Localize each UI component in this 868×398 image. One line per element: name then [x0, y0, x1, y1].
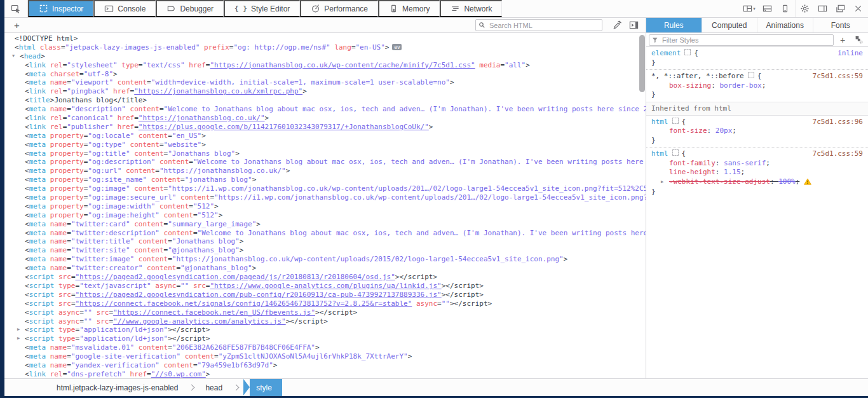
- breadcrumb-item-head[interactable]: head: [199, 383, 229, 392]
- attr-link[interactable]: "https://jonathansblog.co.uk/xmlrpc.php": [134, 87, 302, 95]
- selector-highlighter-icon[interactable]: [672, 149, 679, 156]
- markup-line[interactable]: <meta property="og:locale" content="en_U…: [4, 132, 646, 141]
- add-node-button[interactable]: +: [10, 19, 23, 32]
- markup-line[interactable]: <meta name="description" content="Welcom…: [4, 105, 646, 114]
- markup-line[interactable]: <link rel="stylesheet" type="text/css" h…: [4, 61, 646, 70]
- markup-line[interactable]: <meta property="og:title" content="Jonat…: [4, 149, 646, 158]
- markup-line[interactable]: <link rel="publisher" href="https://plus…: [4, 123, 646, 132]
- markup-line[interactable]: <meta name="google-site-verification" co…: [4, 352, 646, 361]
- tab-inspector[interactable]: Inspector: [28, 0, 93, 17]
- rule-selector[interactable]: *, *::after, *::before: [651, 72, 744, 80]
- tab-style-editor[interactable]: { }Style Editor: [224, 0, 300, 17]
- selector-highlighter-icon[interactable]: [672, 118, 679, 124]
- rule-source-link[interactable]: 7c5d1.css:96: [813, 118, 863, 127]
- filter-styles-input[interactable]: [661, 36, 833, 45]
- markup-line[interactable]: <meta property="og:image:height" content…: [4, 211, 646, 220]
- tab-animations[interactable]: Animations: [757, 18, 813, 32]
- markup-line[interactable]: <meta name="twitter:card" content="summa…: [4, 220, 646, 229]
- markup-line[interactable]: <meta name="yandex-verification" content…: [4, 361, 646, 370]
- rule-selector[interactable]: element: [651, 49, 681, 57]
- tab-performance[interactable]: Performance: [300, 0, 378, 17]
- markup-line[interactable]: <script src="https://pagead2.googlesyndi…: [4, 291, 646, 299]
- markup-line[interactable]: ▶<script type="application/ld+json"></sc…: [4, 334, 646, 343]
- settings-button[interactable]: [796, 0, 813, 17]
- markup-line[interactable]: <script type="text/javascript" async="" …: [4, 282, 646, 291]
- breadcrumb-item-style[interactable]: style: [243, 379, 282, 396]
- dock-bottom-button[interactable]: ▾: [740, 0, 758, 17]
- css-declaration[interactable]: font-size: 20px;: [651, 127, 864, 136]
- markup-line[interactable]: <link rel="canonical" href="https://jona…: [4, 114, 646, 123]
- markup-line[interactable]: <script async="" src="//www.google-analy…: [4, 317, 646, 326]
- add-rule-button[interactable]: +: [836, 34, 850, 46]
- markup-line[interactable]: <meta property="og:url" content="https:/…: [4, 167, 646, 175]
- css-declaration[interactable]: line-height: 1.15;: [651, 168, 864, 177]
- event-badge[interactable]: ev: [392, 44, 402, 50]
- element-picker-button[interactable]: [4, 0, 28, 17]
- markup-line[interactable]: <meta name="msvalidate.01" content="206E…: [4, 343, 646, 352]
- split-console-button[interactable]: [758, 0, 776, 17]
- markup-line[interactable]: <meta property="og:image" content="https…: [4, 184, 646, 193]
- tab-memory[interactable]: Memory: [378, 0, 440, 17]
- rule-selector[interactable]: html: [651, 118, 668, 126]
- tab-debugger[interactable]: Debugger: [156, 0, 224, 17]
- attr-link[interactable]: "https://jonathansblog.co.uk/": [139, 114, 265, 122]
- attr-link[interactable]: "https://connect.facebook.net/signals/co…: [76, 299, 412, 308]
- attr-link[interactable]: "https://jonathansblog.co.uk/wp-content/…: [210, 61, 475, 69]
- separate-window-button[interactable]: [831, 0, 849, 17]
- markup-line[interactable]: <link rel="dns-prefetch" href="//s0.wp.c…: [4, 370, 646, 378]
- markup-line[interactable]: <meta name="twitter:creator" content="@j…: [4, 264, 646, 273]
- dock-side-button[interactable]: [813, 0, 831, 17]
- eyedropper-button[interactable]: [609, 18, 625, 32]
- attr-link[interactable]: "//s0.wp.com": [151, 370, 206, 378]
- expand-arrow-icon[interactable]: ▼: [12, 52, 20, 61]
- css-declaration[interactable]: box-sizing: border-box;: [651, 81, 864, 91]
- pseudo-class-panel-button[interactable]: [851, 34, 865, 46]
- breadcrumb-item-html[interactable]: html.jetpack-lazy-images-js-enabled: [50, 383, 184, 392]
- rule-selector[interactable]: html: [651, 149, 668, 158]
- attr-link[interactable]: "https://www.google-analytics.com/plugin…: [210, 282, 441, 290]
- expand-arrow-icon[interactable]: ▶: [17, 334, 25, 343]
- selector-highlighter-icon[interactable]: [748, 72, 754, 78]
- markup-line[interactable]: ▼<head>: [4, 52, 646, 61]
- markup-line[interactable]: <meta name="twitter:image" content="http…: [4, 255, 646, 264]
- computed-expander-icon[interactable]: ▶: [661, 177, 663, 187]
- attr-link[interactable]: "https://connect.facebook.net/en_US/fbev…: [113, 308, 315, 317]
- markup-line[interactable]: <meta property="og:description" content=…: [4, 158, 646, 167]
- tab-computed[interactable]: Computed: [702, 18, 758, 32]
- markup-line[interactable]: <title>Jonathans blog</title>: [4, 96, 646, 105]
- rule-source-link[interactable]: 7c5d1.css:59: [813, 149, 863, 159]
- close-button[interactable]: [849, 0, 867, 17]
- markup-line[interactable]: <meta charset="utf-8">: [4, 70, 646, 79]
- selector-highlighter-icon[interactable]: [684, 49, 691, 55]
- markup-line[interactable]: <!DOCTYPE html>: [4, 34, 646, 43]
- markup-line[interactable]: <meta name="twitter:description" content…: [4, 229, 646, 238]
- markup-line[interactable]: <meta name="viewport" content="width=dev…: [4, 78, 646, 87]
- expand-arrow-icon[interactable]: ▶: [17, 326, 25, 334]
- markup-line[interactable]: <meta property="og:image:secure_url" con…: [4, 193, 646, 202]
- markup-line[interactable]: <meta name="twitter:site" content="@jona…: [4, 246, 646, 255]
- markup-line[interactable]: ▶<script type="application/ld+json"></sc…: [4, 326, 646, 334]
- expand-pane-button[interactable]: [625, 18, 642, 32]
- markup-line[interactable]: <meta property="og:type" content="websit…: [4, 141, 646, 149]
- attr-link[interactable]: "https://pagead2.googlesyndication.com/p…: [76, 291, 442, 299]
- markup-line[interactable]: <script src="https://connect.facebook.ne…: [4, 299, 646, 308]
- scrollbar-thumb[interactable]: [639, 35, 645, 92]
- rule-source-link[interactable]: 7c5d1.css:59: [813, 72, 863, 81]
- tab-network[interactable]: Network: [440, 0, 502, 17]
- responsive-mode-button[interactable]: [776, 0, 794, 17]
- markup-line[interactable]: <script async="" src="https://connect.fa…: [4, 308, 646, 317]
- markup-line[interactable]: <meta property="og:site_name" content="j…: [4, 175, 646, 184]
- markup-line[interactable]: <html class="jetpack-lazy-images-js-enab…: [4, 43, 646, 52]
- css-declaration[interactable]: font-family: sans-serif;: [651, 159, 864, 168]
- markup-line[interactable]: <meta property="og:image:width" content=…: [4, 202, 646, 211]
- rule-source-link[interactable]: inline: [837, 49, 863, 58]
- markup-line[interactable]: <link rel="pingback" href="https://jonat…: [4, 87, 646, 96]
- attr-link[interactable]: "//www.google-analytics.com/analytics.js…: [113, 317, 286, 326]
- attr-link[interactable]: "https://plus.google.com/b/1142176010323…: [139, 123, 429, 131]
- css-declaration[interactable]: ▶-webkit-text-size-adjust: 100%;: [651, 177, 864, 188]
- tab-console[interactable]: Console: [93, 0, 156, 17]
- markup-line[interactable]: <meta name="twitter:title" content="Jona…: [4, 237, 646, 246]
- tab-rules[interactable]: Rules: [646, 18, 702, 32]
- tab-fonts[interactable]: Fonts: [813, 18, 868, 32]
- markup-line[interactable]: <script src="https://pagead2.googlesyndi…: [4, 273, 646, 282]
